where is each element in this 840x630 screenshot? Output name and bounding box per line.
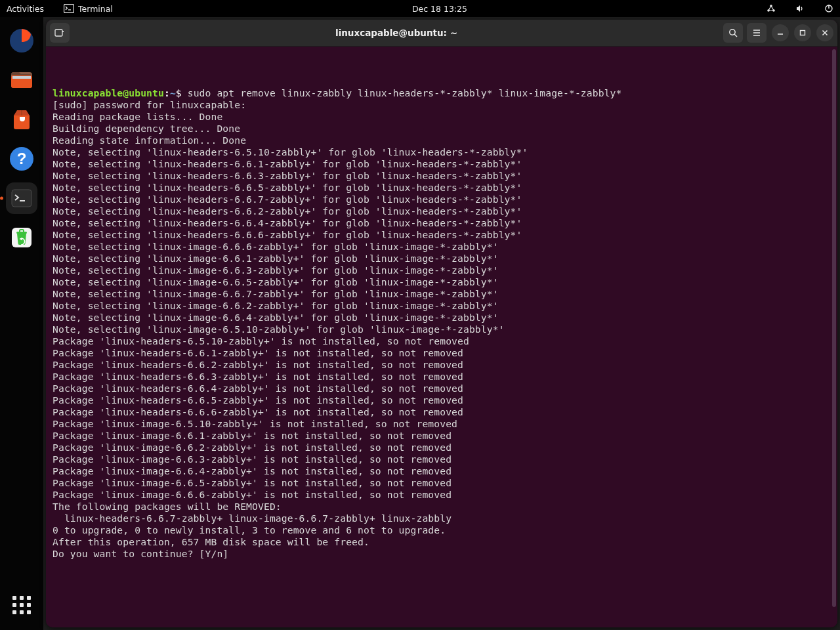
search-button[interactable] (723, 23, 743, 43)
output-line: Note, selecting 'linux-image-6.6.7-zabbl… (52, 288, 831, 300)
current-app-indicator[interactable]: Terminal (60, 4, 117, 14)
prompt-line: linuxcapable@ubuntu:~$ sudo apt remove l… (52, 87, 831, 99)
output-line: Package 'linux-headers-6.6.5-zabbly+' is… (52, 394, 831, 406)
output-line: Note, selecting 'linux-headers-6.6.4-zab… (52, 217, 831, 229)
svg-rect-9 (12, 76, 31, 79)
svg-rect-12 (12, 190, 32, 207)
output-line: Note, selecting 'linux-headers-6.6.2-zab… (52, 205, 831, 217)
current-app-label: Terminal (78, 4, 113, 14)
terminal-window: linuxcapable@ubuntu: ~ (46, 20, 837, 627)
prompt-path: ~ (170, 87, 176, 98)
prompt-symbol: $ (176, 87, 188, 98)
output-line: Note, selecting 'linux-image-6.5.10-zabb… (52, 324, 831, 335)
output-line: Package 'linux-image-6.6.4-zabbly+' is n… (52, 465, 831, 477)
terminal-indicator-icon (64, 4, 74, 13)
terminal-titlebar: linuxcapable@ubuntu: ~ (46, 20, 837, 47)
prompt-user-host: linuxcapable@ubuntu (52, 87, 164, 98)
output-line: Package 'linux-headers-6.6.2-zabbly+' is… (52, 359, 831, 371)
output-line: Note, selecting 'linux-image-6.6.5-zabbl… (52, 276, 831, 288)
svg-rect-15 (55, 30, 62, 36)
volume-status-icon[interactable] (791, 4, 808, 13)
activities-button[interactable]: Activities (3, 4, 48, 14)
output-line: Package 'linux-headers-6.6.6-zabbly+' is… (52, 406, 831, 418)
output-line: Package 'linux-image-6.6.5-zabbly+' is n… (52, 477, 831, 489)
dock-files-icon[interactable] (6, 64, 37, 96)
output-line: Package 'linux-headers-6.6.3-zabbly+' is… (52, 371, 831, 383)
output-line: Reading state information... Done (52, 135, 831, 146)
output-line: Package 'linux-headers-6.5.10-zabbly+' i… (52, 335, 831, 347)
output-line: Building dependency tree... Done (52, 123, 831, 135)
output-line: Do you want to continue? [Y/n] (52, 548, 831, 560)
hamburger-menu-button[interactable] (747, 23, 766, 43)
terminal-output: linuxcapable@ubuntu:~$ sudo apt remove l… (52, 87, 831, 560)
dock-trash-icon[interactable] (6, 222, 37, 253)
output-line: Note, selecting 'linux-headers-6.6.7-zab… (52, 194, 831, 205)
output-line: Package 'linux-headers-6.6.1-zabbly+' is… (52, 347, 831, 359)
output-line: 0 to upgrade, 0 to newly install, 3 to r… (52, 524, 831, 536)
output-line: After this operation, 657 MB disk space … (52, 536, 831, 548)
dock-terminal-icon[interactable] (6, 182, 37, 214)
close-button[interactable] (816, 24, 833, 41)
output-line: Package 'linux-image-6.6.3-zabbly+' is n… (52, 453, 831, 465)
output-line: Package 'linux-headers-6.6.4-zabbly+' is… (52, 383, 831, 394)
svg-rect-14 (16, 232, 27, 234)
svg-rect-22 (801, 31, 805, 35)
output-line: Note, selecting 'linux-image-6.6.2-zabbl… (52, 300, 831, 312)
svg-rect-0 (64, 5, 74, 13)
prompt-colon: : (164, 87, 170, 98)
command-text: sudo apt remove linux-zabbly linux-heade… (188, 87, 622, 98)
output-line: [sudo] password for linuxcapable: (52, 99, 831, 111)
output-line: Note, selecting 'linux-image-6.6.1-zabbl… (52, 253, 831, 264)
output-line: Package 'linux-image-6.6.2-zabbly+' is n… (52, 442, 831, 453)
dock-firefox-icon[interactable] (6, 25, 37, 56)
dock-show-apps-icon[interactable] (6, 589, 37, 621)
output-line: Note, selecting 'linux-image-6.6.4-zabbl… (52, 312, 831, 324)
terminal-body[interactable]: linuxcapable@ubuntu:~$ sudo apt remove l… (46, 47, 837, 627)
clock[interactable]: Dec 18 13:25 (117, 4, 763, 14)
scrollbar[interactable] (832, 49, 836, 607)
output-line: Note, selecting 'linux-headers-6.6.6-zab… (52, 229, 831, 241)
output-line: Reading package lists... Done (52, 111, 831, 123)
network-status-icon[interactable] (763, 4, 780, 13)
svg-line-17 (734, 34, 737, 37)
svg-text:?: ? (17, 150, 27, 167)
minimize-button[interactable] (772, 24, 789, 41)
gnome-dock: ? (0, 17, 43, 630)
gnome-topbar: Activities Terminal Dec 18 13:25 (0, 0, 840, 17)
output-line: Note, selecting 'linux-image-6.6.6-zabbl… (52, 241, 831, 253)
output-line: linux-headers-6.6.7-zabbly+ linux-image-… (52, 513, 831, 524)
clock-label: Dec 18 13:25 (412, 4, 467, 14)
dock-help-icon[interactable]: ? (6, 143, 37, 175)
output-line: Package 'linux-image-6.5.10-zabbly+' is … (52, 418, 831, 430)
output-line: Package 'linux-image-6.6.6-zabbly+' is n… (52, 489, 831, 501)
power-status-icon[interactable] (820, 4, 837, 13)
apps-grid-icon (12, 596, 31, 614)
dock-software-icon[interactable] (6, 104, 37, 135)
window-title: linuxcapable@ubuntu: ~ (70, 28, 723, 38)
output-line: Note, selecting 'linux-headers-6.6.5-zab… (52, 182, 831, 194)
activities-label: Activities (7, 4, 44, 14)
output-line: The following packages will be REMOVED: (52, 501, 831, 513)
output-line: Package 'linux-image-6.6.1-zabbly+' is n… (52, 430, 831, 442)
svg-point-16 (730, 30, 735, 35)
new-tab-button[interactable] (50, 23, 70, 43)
output-line: Note, selecting 'linux-headers-6.6.3-zab… (52, 170, 831, 182)
output-line: Note, selecting 'linux-headers-6.5.10-za… (52, 146, 831, 158)
output-line: Note, selecting 'linux-headers-6.6.1-zab… (52, 158, 831, 170)
output-line: Note, selecting 'linux-image-6.6.3-zabbl… (52, 264, 831, 276)
maximize-button[interactable] (794, 24, 811, 41)
